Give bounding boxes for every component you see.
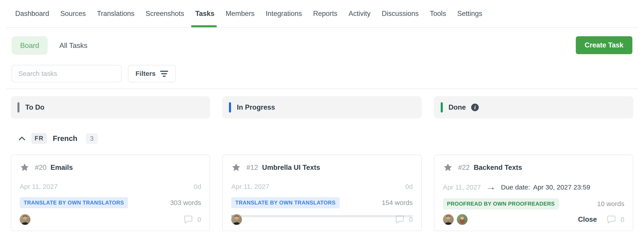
nav-item-tools[interactable]: Tools [430, 0, 446, 27]
star-icon[interactable] [20, 163, 30, 172]
nav-item-translations[interactable]: Translations [97, 0, 134, 27]
column-title: To Do [25, 103, 44, 111]
card-footer-right: 0 [395, 215, 413, 224]
task-title[interactable]: Emails [50, 164, 73, 172]
column-title: In Progress [237, 103, 275, 111]
create-task-button[interactable]: Create Task [576, 36, 632, 54]
column-title: Done [448, 103, 466, 111]
task-card-backend-texts[interactable]: #22 Backend Texts Apr 11, 2027 → Due dat… [434, 155, 633, 231]
column-header-in-progress: In Progress [222, 96, 422, 119]
card-dates-row: Apr 11, 2027 → Due date: Apr 30, 2027 23… [443, 183, 624, 191]
assignee-avatars [20, 214, 30, 225]
card-dates-row: Apr 11, 2027 0d [20, 183, 201, 190]
nav-item-sources[interactable]: Sources [60, 0, 86, 27]
column-header-done: Done i [434, 96, 633, 119]
column-header-todo: To Do [11, 96, 210, 119]
due-date-label: Due date: [501, 183, 530, 191]
task-duration: 0d [194, 183, 201, 190]
nav-item-dashboard[interactable]: Dashboard [15, 0, 49, 27]
top-navigation: Dashboard Sources Translations Screensho… [0, 0, 644, 27]
in-progress-status-pill [229, 102, 231, 113]
tab-all-tasks[interactable]: All Tasks [59, 41, 88, 50]
task-cards-row: #20 Emails Apr 11, 2027 0d TRANSLATE BY … [0, 155, 644, 231]
nav-item-members[interactable]: Members [226, 0, 254, 27]
task-date: Apr 11, 2027 [443, 183, 481, 191]
done-status-pill [441, 102, 443, 113]
task-type-badge: TRANSLATE BY OWN TRANSLATORS [231, 197, 340, 208]
task-type-badge: PROOFREAD BY OWN PROOFREADERS [443, 198, 559, 209]
card-header: #12 Umbrella UI Texts [231, 163, 412, 172]
filter-icon [160, 71, 168, 77]
view-tabs-row: Board All Tasks Create Task [0, 36, 644, 55]
comment-icon[interactable] [184, 215, 193, 224]
avatar[interactable] [20, 214, 30, 225]
language-group-row: FR French 3 [11, 133, 633, 144]
nav-item-reports[interactable]: Reports [313, 0, 338, 27]
language-name: French [53, 134, 77, 143]
info-icon[interactable]: i [471, 104, 479, 111]
word-count: 154 words [382, 199, 412, 206]
task-id: #22 [458, 164, 470, 172]
todo-status-pill [18, 102, 20, 113]
search-row: Filters [0, 65, 644, 82]
card-dates-row: Apr 11, 2027 0d [231, 183, 412, 190]
task-title[interactable]: Umbrella UI Texts [262, 164, 320, 172]
nav-item-settings[interactable]: Settings [457, 0, 482, 27]
filters-button[interactable]: Filters [128, 65, 176, 82]
task-id: #12 [246, 164, 258, 172]
nav-divider [6, 27, 638, 28]
task-type-badge: TRANSLATE BY OWN TRANSLATORS [20, 197, 128, 208]
nav-item-tasks[interactable]: Tasks [195, 0, 214, 27]
card-badge-row: PROOFREAD BY OWN PROOFREADERS 10 words [443, 198, 624, 209]
close-task-link[interactable]: Close [578, 215, 597, 223]
card-footer: Close 0 [443, 214, 624, 225]
task-date: Apr 11, 2027 [20, 183, 58, 190]
card-footer: 0 [231, 214, 412, 225]
nav-item-discussions[interactable]: Discussions [382, 0, 418, 27]
avatar[interactable] [443, 214, 454, 225]
task-title[interactable]: Backend Texts [474, 164, 522, 172]
card-header: #22 Backend Texts [443, 163, 624, 172]
assignee-avatars [443, 214, 468, 225]
star-icon[interactable] [231, 163, 241, 172]
tab-board[interactable]: Board [12, 36, 48, 55]
card-footer-right: 0 [184, 215, 201, 224]
task-card-emails[interactable]: #20 Emails Apr 11, 2027 0d TRANSLATE BY … [11, 155, 210, 231]
due-date-value: Apr 30, 2027 23:59 [533, 183, 590, 191]
comment-count: 0 [409, 216, 413, 223]
comment-icon[interactable] [607, 215, 616, 224]
search-input[interactable] [12, 65, 122, 82]
comment-icon[interactable] [395, 215, 404, 224]
filters-button-label: Filters [136, 70, 156, 77]
star-icon[interactable] [443, 163, 453, 172]
nav-item-integrations[interactable]: Integrations [266, 0, 302, 27]
task-date: Apr 11, 2027 [231, 183, 269, 190]
card-badge-row: TRANSLATE BY OWN TRANSLATORS 154 words [231, 197, 412, 208]
assignee-avatars [231, 214, 242, 225]
language-task-count: 3 [86, 133, 98, 144]
avatar[interactable] [457, 214, 468, 225]
board-column-headers: To Do In Progress Done i [0, 89, 644, 119]
avatar[interactable] [231, 214, 242, 225]
nav-item-activity[interactable]: Activity [348, 0, 370, 27]
chevron-up-icon[interactable] [18, 136, 26, 141]
task-duration: 0d [405, 183, 412, 190]
comment-count: 0 [198, 216, 201, 223]
task-id: #20 [35, 164, 46, 172]
card-footer: 0 [20, 214, 201, 225]
language-code-badge: FR [31, 133, 47, 144]
card-footer-right: Close 0 [578, 215, 624, 224]
card-badge-row: TRANSLATE BY OWN TRANSLATORS 303 words [20, 197, 201, 208]
arrow-right-icon: → [486, 183, 496, 191]
word-count: 303 words [170, 199, 201, 206]
task-card-umbrella-ui-texts[interactable]: #12 Umbrella UI Texts Apr 11, 2027 0d TR… [222, 155, 422, 231]
nav-item-screenshots[interactable]: Screenshots [146, 0, 184, 27]
comment-count: 0 [620, 216, 624, 223]
card-header: #20 Emails [20, 163, 201, 172]
word-count: 10 words [597, 200, 624, 208]
